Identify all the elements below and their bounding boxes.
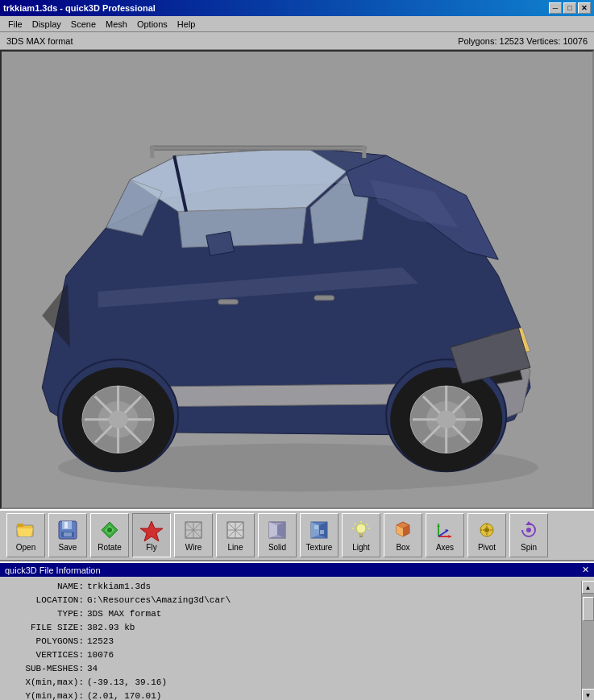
info-row-xminmax: X(min,max): (-39.13, 39.16): [6, 676, 588, 690]
solid-button[interactable]: Solid: [258, 513, 297, 557]
menu-display[interactable]: Display: [27, 18, 66, 31]
open-label: Open: [16, 543, 35, 552]
svg-marker-35: [140, 521, 163, 541]
rotate-button[interactable]: Rotate: [90, 513, 129, 557]
spin-icon: [517, 519, 540, 541]
box-label: Box: [396, 543, 409, 552]
info-panel-title: quick3D File Information ✕: [0, 563, 594, 577]
info-row-yminmax: Y(min,max): (2.01, 170.01): [6, 690, 588, 700]
info-row-filesize: FILE SIZE: 382.93 kb: [6, 621, 588, 635]
svg-rect-44: [359, 536, 363, 537]
svg-rect-22: [150, 146, 366, 150]
info-value-filesize: 382.93 kb: [87, 621, 135, 635]
maximize-button[interactable]: □: [563, 2, 576, 14]
scroll-down-button[interactable]: ▼: [582, 689, 595, 700]
info-row-location: LOCATION: G:\Resources\Amazing3d\car\: [6, 594, 588, 607]
pivot-button[interactable]: Pivot: [467, 513, 506, 557]
minimize-button[interactable]: ─: [549, 2, 562, 14]
close-button[interactable]: ✕: [578, 2, 591, 14]
box-icon: [392, 519, 414, 541]
light-label: Light: [352, 543, 370, 552]
info-label-filesize: FILE SIZE:: [6, 621, 87, 635]
line-label: Line: [228, 543, 243, 552]
line-icon: [224, 519, 247, 541]
fly-label: Fly: [146, 543, 156, 552]
texture-button[interactable]: Texture: [300, 513, 339, 557]
info-value-yminmax: (2.01, 170.01): [87, 690, 161, 700]
title-bar-buttons: ─ □ ✕: [549, 2, 591, 14]
info-row-polygons: POLYGONS: 12523: [6, 635, 588, 648]
spin-button[interactable]: Spin: [509, 513, 548, 557]
svg-point-19: [109, 411, 128, 429]
box-button[interactable]: Box: [384, 513, 422, 557]
open-button[interactable]: Open: [6, 513, 45, 557]
info-label-vertices: VERTICES:: [6, 648, 87, 662]
status-bar-top: 3DS MAX format Polygons: 12523 Vertices:…: [0, 32, 594, 50]
solid-icon: [266, 519, 289, 541]
info-value-polygons: 12523: [87, 635, 114, 648]
title-bar: trkkiam1.3ds - quick3D Professional ─ □ …: [0, 0, 594, 16]
texture-icon: [308, 519, 330, 541]
save-button[interactable]: Save: [48, 513, 87, 557]
info-label-xminmax: X(min,max):: [6, 676, 87, 690]
axes-label: Axes: [436, 543, 454, 552]
svg-rect-29: [64, 522, 68, 528]
menu-mesh[interactable]: Mesh: [101, 18, 132, 31]
svg-point-62: [526, 528, 531, 532]
info-title-text: quick3D File Information: [5, 565, 101, 575]
svg-line-46: [367, 524, 368, 525]
info-row-name: NAME: trkkiam1.3ds: [6, 580, 588, 594]
info-label-submeshes: SUB-MESHES:: [6, 662, 87, 676]
info-label-type: TYPE:: [6, 607, 87, 621]
menu-options[interactable]: Options: [132, 18, 172, 31]
svg-rect-43: [359, 533, 363, 536]
line-button[interactable]: Line: [216, 513, 255, 557]
pivot-label: Pivot: [478, 543, 496, 552]
svg-point-10: [437, 411, 456, 429]
format-label: 3DS MAX format: [6, 36, 73, 46]
svg-point-34: [107, 528, 112, 532]
svg-line-48: [355, 524, 356, 525]
axes-icon: [434, 519, 456, 541]
wire-icon: [182, 519, 205, 541]
svg-point-42: [356, 524, 366, 533]
menu-file[interactable]: File: [3, 18, 27, 31]
svg-rect-41: [320, 530, 324, 534]
open-icon: [15, 519, 37, 541]
solid-label: Solid: [268, 543, 286, 552]
info-scrollbar[interactable]: ▲ ▼: [581, 581, 594, 700]
info-value-submeshes: 34: [87, 662, 98, 676]
info-label-yminmax: Y(min,max):: [6, 690, 87, 700]
texture-label: Texture: [306, 543, 333, 552]
scroll-up-button[interactable]: ▲: [582, 581, 595, 594]
wire-label: Wire: [185, 543, 202, 552]
info-label-polygons: POLYGONS:: [6, 635, 87, 648]
info-row-vertices: VERTICES: 10076: [6, 648, 588, 662]
info-label-location: LOCATION:: [6, 594, 87, 607]
toolbar: Open Save Rotate Fly Wire: [0, 509, 594, 561]
info-value-type: 3DS MAX format: [87, 607, 161, 621]
scroll-track[interactable]: [582, 594, 595, 689]
menu-bar: File Display Scene Mesh Options Help: [0, 16, 594, 32]
svg-rect-26: [17, 524, 23, 527]
rotate-label: Rotate: [98, 543, 121, 552]
info-value-location: G:\Resources\Amazing3d\car\: [87, 594, 231, 607]
svg-rect-21: [314, 296, 334, 300]
wire-button[interactable]: Wire: [174, 513, 213, 557]
menu-scene[interactable]: Scene: [66, 18, 101, 31]
title-text: trkkiam1.3ds - quick3D Professional: [3, 3, 156, 13]
menu-help[interactable]: Help: [172, 18, 201, 31]
viewport[interactable]: [0, 50, 594, 509]
svg-marker-55: [437, 524, 440, 527]
info-value-vertices: 10076: [87, 648, 114, 662]
fly-button[interactable]: Fly: [132, 513, 171, 557]
fly-icon: [140, 519, 163, 541]
scroll-thumb[interactable]: [583, 597, 594, 621]
svg-rect-24: [362, 146, 366, 158]
polygon-info: Polygons: 12523 Vertices: 10076: [458, 36, 588, 46]
svg-rect-31: [64, 532, 72, 536]
info-close-button[interactable]: ✕: [582, 565, 589, 575]
info-panel: quick3D File Information ✕ NAME: trkkiam…: [0, 561, 594, 700]
axes-button[interactable]: Axes: [426, 513, 464, 557]
light-button[interactable]: Light: [342, 513, 380, 557]
